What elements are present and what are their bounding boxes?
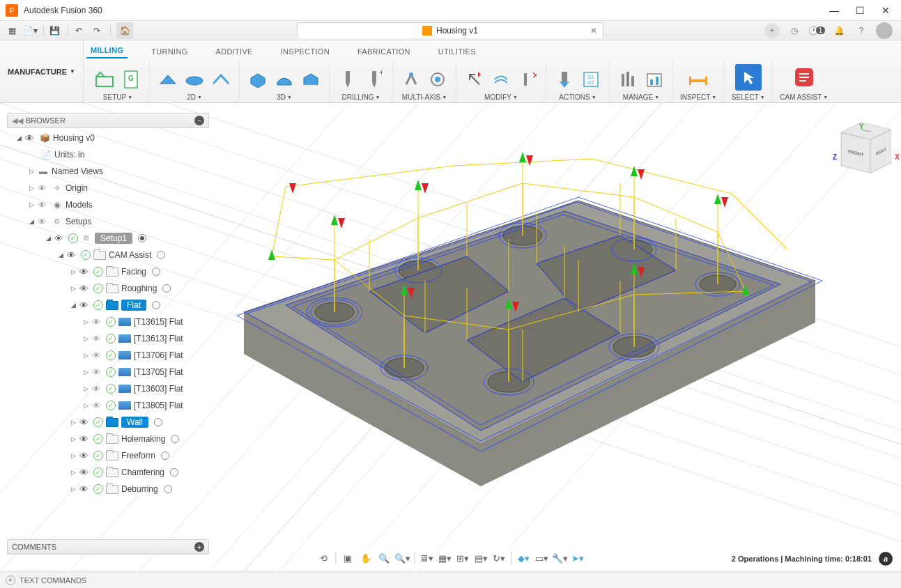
- actions-label[interactable]: ACTIONS▼: [559, 93, 596, 102]
- tree-named-views[interactable]: ▷▬Named Views: [7, 163, 216, 180]
- 3d-icon-3[interactable]: [300, 68, 322, 91]
- tree-units[interactable]: 📄Units: in: [7, 146, 216, 163]
- fit-button[interactable]: 🔍▾: [394, 550, 410, 566]
- setup-folder-icon[interactable]: [93, 68, 116, 91]
- add-comment-button[interactable]: +: [194, 542, 204, 552]
- modify-icon-3[interactable]: ✕: [516, 68, 539, 91]
- 2d-icon-3[interactable]: [210, 68, 232, 91]
- viewports-button[interactable]: ▤▾: [472, 550, 489, 566]
- file-menu-button[interactable]: 📄▾: [22, 23, 38, 38]
- tree-chamfering[interactable]: ▷👁✓Chamfering: [7, 464, 216, 481]
- actions-icon-2[interactable]: G1G2: [580, 68, 602, 91]
- tree-wall[interactable]: ▷👁✓Wall: [7, 414, 216, 431]
- viewport-canvas[interactable]: TOP FRONT RIGHT Y Z X ◀◀ BROWSER – ◢👁📦Ho…: [0, 103, 901, 571]
- 3d-icon-2[interactable]: [273, 68, 295, 91]
- multiaxis-label[interactable]: MULTI-AXIS▼: [402, 93, 447, 102]
- tree-root[interactable]: ◢👁📦Housing v0: [7, 130, 216, 146]
- tab-turning[interactable]: TURNING: [147, 45, 192, 59]
- tree-flat-op-5[interactable]: ▷👁✓[T13805] Flat: [7, 397, 216, 414]
- select-label[interactable]: SELECT▼: [732, 93, 765, 102]
- data-panel-button[interactable]: ▦: [4, 23, 20, 38]
- tree-flat-op-0[interactable]: ▷👁✓[T13615] Flat: [7, 314, 216, 330]
- drilling-label[interactable]: DRILLING▼: [341, 93, 380, 102]
- tree-holemaking[interactable]: ▷👁✓Holemaking: [7, 431, 216, 447]
- tab-additive[interactable]: ADDITIVE: [212, 45, 257, 59]
- tree-origin[interactable]: ▷👁✧Origin: [7, 180, 216, 196]
- collapse-browser-icon[interactable]: ◀◀: [12, 116, 23, 125]
- refresh-button[interactable]: ↻▾: [491, 550, 507, 566]
- view-button[interactable]: ▭▾: [533, 550, 550, 566]
- minimize-button[interactable]: —: [829, 5, 839, 16]
- tree-models[interactable]: ▷👁◉Models: [7, 196, 216, 213]
- extensions-button[interactable]: ◷: [787, 23, 802, 38]
- 2d-label[interactable]: 2D▼: [187, 93, 202, 102]
- 3d-icon-1[interactable]: [247, 68, 269, 91]
- workspace-switcher[interactable]: MANUFACTURE▼: [0, 40, 84, 102]
- camassist-icon[interactable]: [791, 64, 817, 91]
- undo-button[interactable]: ↶: [71, 23, 86, 38]
- layers-button[interactable]: ◆▾: [515, 550, 532, 566]
- 3d-label[interactable]: 3D▼: [277, 93, 292, 102]
- redo-button[interactable]: ↷: [89, 23, 105, 38]
- tree-flat-op-1[interactable]: ▷👁✓[T13613] Flat: [7, 330, 216, 347]
- modify-icon-2[interactable]: [490, 68, 512, 91]
- tree-setups[interactable]: ◢👁⛭Setups: [7, 213, 216, 230]
- close-tab-button[interactable]: ✕: [590, 26, 597, 36]
- autodesk-logo-icon[interactable]: a: [879, 552, 893, 566]
- select-icon[interactable]: [735, 64, 762, 91]
- browser-options-button[interactable]: –: [194, 116, 204, 125]
- close-button[interactable]: ✕: [881, 5, 890, 16]
- inspect-label[interactable]: INSPECT▼: [680, 93, 716, 102]
- snap-button[interactable]: ⊞▾: [454, 550, 471, 566]
- help-button[interactable]: ?: [854, 23, 869, 38]
- tree-setup1[interactable]: ◢👁✓⛭Setup1: [7, 230, 216, 247]
- sim-button[interactable]: ➤▾: [569, 550, 586, 566]
- comments-panel-header[interactable]: COMMENTS +: [7, 539, 209, 555]
- view-cube[interactable]: TOP FRONT RIGHT Y Z X: [844, 125, 890, 171]
- zoom-button[interactable]: 🔍: [376, 550, 392, 566]
- 2d-icon-2[interactable]: [183, 68, 206, 91]
- manage-icon-1[interactable]: [617, 68, 639, 91]
- tree-flat-op-3[interactable]: ▷👁✓[T13705] Flat: [7, 364, 216, 380]
- browser-panel-header[interactable]: ◀◀ BROWSER –: [7, 113, 209, 128]
- job-status-button[interactable]: 🕐1: [809, 23, 824, 38]
- tree-facing[interactable]: ▷👁✓Facing: [7, 263, 216, 280]
- orbit-button[interactable]: ⟲: [315, 550, 332, 566]
- grid-settings-button[interactable]: ▦▾: [436, 550, 453, 566]
- look-at-button[interactable]: ▣: [339, 550, 356, 566]
- actions-icon-1[interactable]: [553, 68, 576, 91]
- tree-freeform[interactable]: ▷👁✓Freeform: [7, 447, 216, 464]
- tree-flat-op-2[interactable]: ▷👁✓[T13706] Flat: [7, 347, 216, 364]
- tree-roughing[interactable]: ▷👁✓Roughing: [7, 280, 216, 297]
- manage-label[interactable]: MANAGE▼: [623, 93, 659, 102]
- tree-camassist[interactable]: ◢👁✓CAM Assist: [7, 247, 216, 263]
- tree-deburring[interactable]: ▷👁✓Deburring: [7, 481, 216, 497]
- display-settings-button[interactable]: 🖥▾: [418, 550, 435, 566]
- tool-disp-button[interactable]: 🔧▾: [551, 550, 568, 566]
- tab-fabrication[interactable]: FABRICATION: [353, 45, 415, 59]
- document-tab[interactable]: Housing v1 ✕: [297, 22, 603, 38]
- expand-text-commands-button[interactable]: +: [6, 575, 15, 585]
- pan-button[interactable]: ✋: [357, 550, 374, 566]
- home-button[interactable]: 🏠: [116, 22, 133, 39]
- drill-icon-1[interactable]: [337, 68, 359, 91]
- notifications-button[interactable]: 🔔: [831, 23, 847, 38]
- drill-icon-2[interactable]: +: [363, 68, 385, 91]
- maximize-button[interactable]: ☐: [856, 5, 865, 16]
- 2d-icon-1[interactable]: [157, 68, 179, 91]
- inspect-icon[interactable]: [685, 64, 711, 91]
- tree-flat-op-4[interactable]: ▷👁✓[T13603] Flat: [7, 380, 216, 397]
- modify-icon-1[interactable]: [463, 68, 486, 91]
- manage-icon-2[interactable]: [643, 68, 665, 91]
- nc-program-icon[interactable]: G: [120, 68, 142, 91]
- text-commands-bar[interactable]: + TEXT COMMANDS: [0, 571, 901, 588]
- modify-label[interactable]: MODIFY▼: [484, 93, 518, 102]
- save-button[interactable]: 💾: [47, 23, 62, 38]
- new-tab-button[interactable]: ＋: [764, 23, 780, 38]
- multiaxis-icon-1[interactable]: [400, 68, 422, 91]
- tab-utilities[interactable]: UTILITIES: [434, 45, 480, 59]
- tab-inspection[interactable]: INSPECTION: [277, 45, 334, 59]
- user-avatar[interactable]: [876, 22, 893, 39]
- setup-label[interactable]: SETUP▼: [103, 93, 132, 102]
- camassist-label[interactable]: CAM ASSIST▼: [780, 93, 828, 102]
